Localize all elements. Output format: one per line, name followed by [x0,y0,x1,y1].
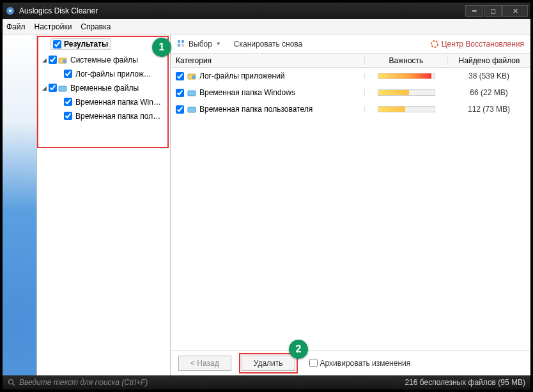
grid-icon [177,40,186,49]
row-checkbox[interactable] [176,105,184,114]
svg-rect-4 [59,86,66,91]
recovery-center-link[interactable]: Центр Восстановления [430,40,524,49]
archive-checkbox[interactable] [309,359,318,367]
main-panel: Выбор ▼ Сканировать снова Центр Восстано… [171,34,530,375]
svg-point-9 [431,41,438,47]
menu-file[interactable]: Файл [6,22,26,31]
recovery-icon [430,40,439,49]
tree-node-log-files[interactable]: Лог-файлы прилож… [37,67,170,81]
sidebar-strip [3,34,37,375]
row-checkbox[interactable] [176,89,184,97]
callout-2: 2 [289,340,308,359]
tree-node-temp-win[interactable]: Временная папка Win… [37,95,170,109]
statusbar: Введите текст для поиска (Ctrl+F) 216 бе… [3,375,530,389]
back-button[interactable]: < Назад [178,356,231,371]
tree-node-temp-user[interactable]: Временная папка пол… [37,109,170,123]
collapse-icon[interactable]: ◢ [41,85,47,91]
close-button[interactable]: ✕ [502,5,528,17]
log-files-checkbox[interactable] [64,70,72,78]
row-name: Временная папка пользователя [199,105,313,114]
importance-bar [378,89,435,96]
tree-header-results[interactable]: Результаты [50,38,111,50]
row-found: 38 (539 KB) [447,72,530,80]
system-files-checkbox[interactable] [49,56,57,64]
list-header: Категория Важность Найдено файлов [171,54,530,68]
temp-user-checkbox[interactable] [64,112,72,120]
temp-win-label: Временная папка Win… [75,98,161,107]
svg-rect-6 [182,40,184,43]
titlebar: Auslogics Disk Cleaner ━ ◻ ✕ [3,3,530,19]
minimize-button[interactable]: ━ [465,5,483,17]
folder-icon [187,88,196,97]
col-importance[interactable]: Важность [364,56,447,65]
svg-rect-8 [182,44,184,47]
temp-files-checkbox[interactable] [49,84,57,92]
delete-button[interactable]: Удалить [242,356,295,371]
svg-point-14 [9,380,13,384]
results-label: Результаты [64,40,108,49]
archive-label: Архивировать изменения [320,359,411,368]
rescan-button[interactable]: Сканировать снова [234,40,302,49]
window-controls: ━ ◻ ✕ [465,5,528,17]
svg-rect-7 [178,44,180,47]
folder-icon [58,84,67,93]
gear-folder-icon [58,56,67,64]
importance-bar [378,106,435,112]
col-found[interactable]: Найдено файлов [447,56,530,65]
button-bar: < Назад Удалить Архивировать изменения [171,350,530,375]
svg-rect-5 [178,40,180,43]
svg-point-3 [63,59,66,63]
app-title: Auslogics Disk Cleaner [19,6,465,15]
temp-win-checkbox[interactable] [64,98,72,106]
list-row[interactable]: Лог-файлы приложений 38 (539 KB) [171,68,530,84]
archive-changes-option[interactable]: Архивировать изменения [309,359,411,368]
toolbar: Выбор ▼ Сканировать снова Центр Восстано… [171,34,530,54]
importance-bar [378,73,435,79]
app-icon [5,6,15,16]
svg-rect-12 [188,91,196,96]
menubar: Файл Настройки Справка [3,19,530,34]
tree-node-system-files[interactable]: ◢ Системные файлы [37,53,170,67]
system-files-label: Системные файлы [70,56,138,64]
recovery-label: Центр Восстановления [442,40,524,49]
select-dropdown[interactable]: Выбор ▼ [177,40,221,49]
list-row[interactable]: Временная папка пользователя 112 (73 MB) [171,101,530,117]
svg-rect-13 [188,107,196,112]
row-found: 112 (73 MB) [447,105,530,114]
results-checkbox[interactable] [53,40,61,49]
temp-user-label: Временная папка пол… [75,112,160,121]
row-found: 66 (22 MB) [447,88,530,97]
tree-node-temp-files[interactable]: ◢ Временные файлы [37,81,170,95]
status-summary: 216 бесполезных файлов (95 MB) [405,378,525,387]
search-icon[interactable] [8,379,15,386]
menu-settings[interactable]: Настройки [35,22,72,31]
gear-folder-icon [187,72,196,80]
svg-point-1 [9,10,12,12]
svg-point-11 [192,75,196,79]
col-category[interactable]: Категория [171,56,364,65]
callout-1: 1 [152,38,171,57]
rescan-label: Сканировать снова [234,40,302,49]
maximize-button[interactable]: ◻ [484,5,502,17]
row-name: Лог-файлы приложений [199,72,284,80]
row-checkbox[interactable] [176,72,184,80]
folder-icon [187,105,196,114]
delete-highlight-box: Удалить [239,353,298,373]
list-row[interactable]: Временная папка Windows 66 (22 MB) [171,84,530,101]
select-label: Выбор [189,40,212,49]
temp-files-label: Временные файлы [70,84,139,93]
search-input[interactable]: Введите текст для поиска (Ctrl+F) [19,378,405,387]
tree-panel: Результаты ◢ Системные файлы Лог-файлы п… [37,34,171,375]
log-files-label: Лог-файлы прилож… [75,70,151,79]
svg-line-15 [13,384,15,386]
row-name: Временная папка Windows [199,88,295,97]
chevron-down-icon: ▼ [216,41,221,47]
collapse-icon[interactable]: ◢ [41,57,47,63]
list-body: Лог-файлы приложений 38 (539 KB) Временн… [171,68,530,350]
menu-help[interactable]: Справка [81,22,111,31]
